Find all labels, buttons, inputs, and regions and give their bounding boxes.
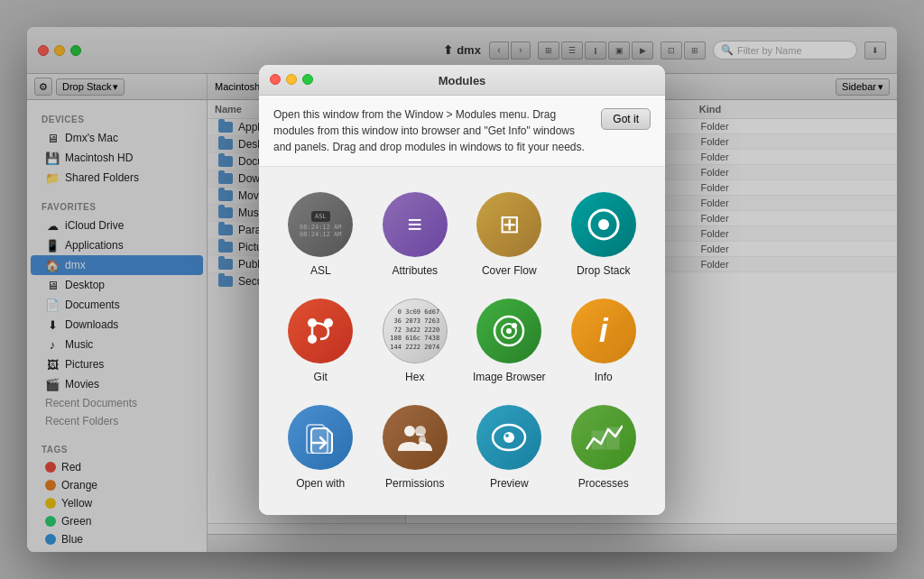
module-icon-preview [476, 405, 541, 470]
module-item-git[interactable]: Git [273, 288, 368, 394]
module-icon-imagebrowser [476, 299, 541, 363]
module-label-preview: Preview [490, 477, 529, 490]
svg-point-4 [308, 335, 317, 344]
svg-point-9 [512, 323, 517, 328]
module-item-processes[interactable]: Processes [557, 394, 651, 501]
module-icon-attributes: ≡ [383, 192, 448, 257]
module-label-imagebrowser: Image Browser [473, 371, 546, 383]
module-label-coverflow: Cover Flow [482, 264, 537, 277]
got-it-button[interactable]: Got it [601, 108, 651, 130]
module-label-dropstack: Drop Stack [577, 264, 630, 277]
modal-title: Modules [439, 74, 486, 87]
svg-rect-17 [592, 431, 605, 449]
module-label-processes: Processes [578, 477, 629, 490]
svg-point-15 [504, 432, 514, 443]
modal-max-button[interactable] [302, 74, 313, 85]
module-icon-dropstack [571, 192, 636, 257]
module-item-dropstack[interactable]: Drop Stack [557, 181, 651, 288]
module-icon-coverflow: ⊞ [476, 192, 541, 257]
module-label-git: Git [314, 371, 328, 383]
svg-point-13 [419, 437, 426, 444]
module-item-attributes[interactable]: ≡ Attributes [368, 181, 463, 288]
svg-point-16 [505, 434, 509, 437]
modal-titlebar: Modules [259, 65, 665, 96]
module-label-info: Info [595, 371, 613, 383]
modal-overlay: Modules Open this window from the Window… [0, 0, 924, 579]
module-icon-asl: ASL 08:24:12 AM 08:24:12 AM [288, 192, 353, 257]
svg-point-8 [506, 328, 512, 334]
svg-point-1 [598, 219, 609, 230]
module-item-openwith[interactable]: Open with [273, 394, 368, 501]
module-item-info[interactable]: i Info [557, 288, 651, 394]
modules-modal: Modules Open this window from the Window… [259, 65, 665, 515]
module-icon-git [288, 299, 353, 363]
module-item-asl[interactable]: ASL 08:24:12 AM 08:24:12 AM ASL [273, 181, 368, 288]
modules-grid: ASL 08:24:12 AM 08:24:12 AM ASL ≡ Attrib… [259, 167, 665, 515]
modal-description-text: Open this window from the Window > Modul… [273, 106, 592, 155]
modal-close-button[interactable] [270, 74, 281, 85]
module-icon-info: i [571, 299, 636, 363]
module-item-preview[interactable]: Preview [462, 394, 557, 501]
module-item-imagebrowser[interactable]: Image Browser [462, 288, 557, 394]
module-label-attributes: Attributes [392, 264, 438, 277]
module-label-asl: ASL [310, 264, 331, 277]
module-item-hex[interactable]: 0 3c69 6d67 36 2073 7263 72 3d22 2220 10… [368, 288, 463, 394]
module-icon-permissions [383, 405, 448, 470]
svg-point-11 [404, 426, 415, 437]
modal-description-bar: Open this window from the Window > Modul… [259, 96, 665, 167]
modal-traffic-lights [270, 74, 313, 85]
module-icon-openwith [288, 405, 353, 470]
module-label-hex: Hex [405, 371, 424, 383]
module-label-permissions: Permissions [385, 477, 444, 490]
module-icon-hex: 0 3c69 6d67 36 2073 7263 72 3d22 2220 10… [383, 299, 448, 363]
module-icon-processes [571, 405, 636, 470]
module-label-openwith: Open with [296, 477, 345, 490]
svg-rect-18 [606, 427, 619, 449]
module-item-coverflow[interactable]: ⊞ Cover Flow [462, 181, 557, 288]
module-item-permissions[interactable]: Permissions [368, 394, 463, 501]
modal-min-button[interactable] [286, 74, 297, 85]
